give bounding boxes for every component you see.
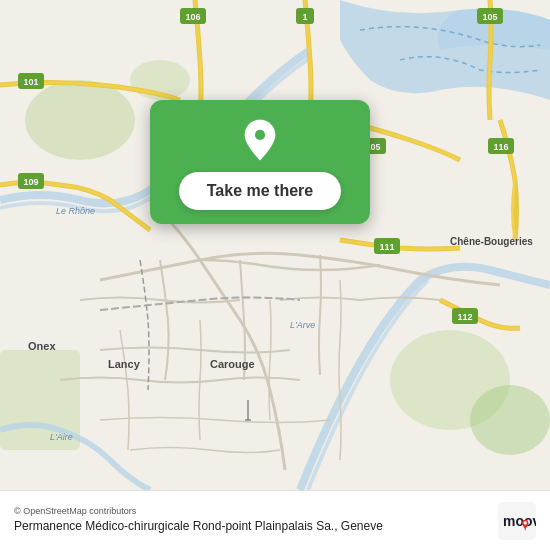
svg-point-33 (255, 130, 265, 140)
moovit-logo-icon: moovit (498, 502, 536, 540)
svg-text:105: 105 (482, 12, 497, 22)
svg-text:101: 101 (23, 77, 38, 87)
svg-text:L'Arve: L'Arve (290, 320, 315, 330)
place-name: Permanence Médico-chirurgicale Rond-poin… (14, 518, 488, 535)
svg-text:106: 106 (185, 12, 200, 22)
bottom-bar: © OpenStreetMap contributors Permanence … (0, 490, 550, 550)
location-popup: Take me there (150, 100, 370, 224)
svg-text:moovit: moovit (503, 513, 536, 529)
svg-point-1 (25, 80, 135, 160)
svg-text:112: 112 (457, 312, 472, 322)
moovit-logo: moovit (498, 502, 536, 540)
svg-text:Carouge: Carouge (210, 358, 255, 370)
svg-point-36 (524, 521, 527, 524)
location-pin-icon (238, 118, 282, 162)
svg-text:1: 1 (302, 12, 307, 22)
osm-credit: © OpenStreetMap contributors (14, 506, 488, 516)
svg-text:Lancy: Lancy (108, 358, 141, 370)
svg-text:Onex: Onex (28, 340, 56, 352)
svg-text:L'Aire: L'Aire (50, 432, 73, 442)
svg-text:116: 116 (493, 142, 508, 152)
svg-text:109: 109 (23, 177, 38, 187)
bottom-text: © OpenStreetMap contributors Permanence … (14, 506, 488, 535)
take-me-there-button[interactable]: Take me there (179, 172, 341, 210)
svg-text:Le Rhône: Le Rhône (56, 206, 95, 216)
svg-text:111: 111 (379, 242, 394, 252)
svg-text:Chêne-Bougeries: Chêne-Bougeries (450, 236, 533, 247)
svg-point-5 (470, 385, 550, 455)
map-container: 101 109 106 1 105 105 116 111 112 Onex L… (0, 0, 550, 490)
